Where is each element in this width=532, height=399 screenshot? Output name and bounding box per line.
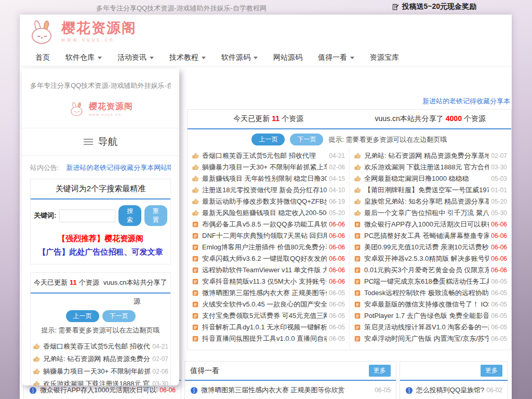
nav-item[interactable]: 资源宝库 <box>370 53 399 62</box>
notice-label: 站内公告: <box>30 164 59 171</box>
more-button[interactable]: 更多 <box>369 365 391 377</box>
next-page-button[interactable]: 下一页 <box>290 134 323 145</box>
nav-item[interactable]: 网站源码 <box>273 53 302 62</box>
resource-title-link[interactable]: 策启灵活动线报计算器V1.0 淘客必备的一款软 <box>364 323 489 332</box>
resource-item: 皇族馆兄弟站: 知名分享吧 精品资源分享基地 05-20 <box>354 196 507 207</box>
bottom-item-title[interactable]: 微博晒图第三届性感内衣大赛 正规美图等你欣赏 <box>201 385 373 395</box>
resource-date: 06-06 <box>329 267 345 274</box>
thumb-icon <box>192 187 199 194</box>
resource-item: 躺赚暴力项目一天30+ 不限制年龄抓紧上车 02-06 <box>192 162 345 173</box>
nav-item-label: 首页 <box>35 53 50 62</box>
site-notice: 站内公告: 新进站的老铁记得收藏分享本网站哦! <box>30 156 171 178</box>
resource-item: 欢乐游戏漏洞 下载注册送1888元 官方合 03-30 <box>33 378 168 385</box>
thumb-icon <box>33 380 40 385</box>
nav-item[interactable]: 软件源码 <box>221 53 258 62</box>
resource-title-link[interactable]: 安卓浮动时间无广告版 内置淘宝/京东/苏宁/招 <box>364 334 489 343</box>
nav-item[interactable]: 值得一看 <box>318 53 354 62</box>
resource-date: 06-06 <box>491 244 507 251</box>
resource-title-link[interactable]: 欢乐游戏漏洞 下载注册送1888元 官方合 <box>43 379 150 385</box>
resource-title-link[interactable]: 0.01元购买3个月爱奇艺黄金会员 仅限京东白 <box>364 265 489 275</box>
resource-title-link[interactable]: 兄弟站: 钻石资源网 精品资源免费分享基 <box>43 354 150 364</box>
reset-button[interactable]: 重置 <box>144 205 167 226</box>
resource-title-link[interactable]: 安卓最新版的微信支持修改微信号了！ IOS版 <box>364 300 489 309</box>
thumb-icon <box>354 198 361 205</box>
blue-badge-icon <box>405 387 413 394</box>
bottom-item-title[interactable]: 怎么投稿到QQ皇族馆? <box>416 385 484 395</box>
resource-panel-header: 今天已更新11个资源 vuus.cn本站共分享了4000个资源 <box>188 110 511 129</box>
resource-list-right: 兄弟站: 钻石资源网 精品资源免费分享基地 02-07 欢乐游戏漏洞 下载注册送… <box>349 149 511 350</box>
search-button[interactable]: 搜索 <box>118 205 141 226</box>
prev-page-button[interactable]: 上一页 <box>251 134 285 145</box>
site-name: 樱花资源阁 <box>89 101 133 112</box>
nav-toggle[interactable]: 导航 <box>30 128 171 155</box>
resource-title-link[interactable]: 兄弟站: 钻石资源网 精品资源免费分享基地 <box>364 151 489 161</box>
ad-link-rent[interactable]: 【广告】此处广告位招租、可发文章 <box>31 245 170 264</box>
resource-title-link[interactable]: 抖音解析工具dy1.0.1 无水印视频一键解析软件 <box>202 323 327 332</box>
resource-title-link[interactable]: 安卓双开神器v2.5.3.0精简版 解决多账号切换 <box>364 254 489 263</box>
resource-title-link[interactable]: 皇族馆兄弟站: 知名分享吧 精品资源分享基地 <box>364 197 489 206</box>
resource-title-link[interactable]: 美团0.99元充值10元话费 亲测10元话费秒到 <box>364 243 489 252</box>
nav-item[interactable]: 首页 <box>35 53 50 62</box>
keyword-input[interactable] <box>59 209 115 222</box>
next-page-button[interactable]: 下一页 <box>102 310 136 322</box>
resource-title-link[interactable]: 【莆田潮牌鞋服】免费送空军一号匡威1970s <box>364 185 489 195</box>
resource-title-link[interactable]: 最后一个文章广告位招租中 引千万流 聚八方 <box>364 208 489 218</box>
resource-title-link[interactable]: 火绒安全软件v5.0.45 一款良心的国产安全软件 <box>202 300 327 309</box>
resource-title-link[interactable]: 安卓抖音精简版v11.3 仅5M大小 支持账号登录 <box>202 277 327 286</box>
resource-title-link[interactable]: 安卓闪截大师v3.6.2 一键提取QQ好友发的闪图 <box>202 254 327 263</box>
resource-title-link[interactable]: PC端一键完成京东618叠蛋糕活动任务工具 <box>364 277 489 286</box>
resource-item: 抖音直播间氛围提升工具v1.0.0 直播间自动发 06-05 <box>192 333 345 344</box>
total-shared-stat: vuus.cn本站共分享了4000个资源 <box>350 110 512 128</box>
resource-title-link[interactable]: 躺赚暴力项目一天30+ 不限制年龄抓紧上车 <box>202 163 327 172</box>
resource-title-link[interactable]: 最新运动助手修改步数支持微信QQ+ZFB步 <box>202 197 327 206</box>
resource-item: 最新赚钱项目 无年龄性别限制 稳定日撸300+ 04-15 <box>192 173 345 184</box>
resource-title-link[interactable]: 微博晒图第三届性感内衣大赛 正规美图等你欣 <box>202 288 327 298</box>
pagination: 上一页 下一页 提示: 需要看更多资源可以在左边翻页哦 <box>188 129 511 149</box>
resource-title-link[interactable]: 远程协助软件TeamViewer v11 单文件版 方便 <box>202 265 327 275</box>
site-slogan: 多年专注分享QQ技术资源-游戏辅助外挂娱乐-自学教程网 <box>96 4 267 13</box>
overlay-site-logo[interactable]: 樱花资源阁 www.vuus.cn <box>30 100 171 117</box>
resource-title-link[interactable]: DNF十二周年庆典预约领取7天黑钻 回归用户 <box>202 231 327 241</box>
chevron-down-icon <box>202 57 206 59</box>
more-button[interactable]: 更多 <box>481 365 502 377</box>
bottom-panel: 值得一看 更多 微博晒图第三届性感内衣大赛 正规美图等你欣赏 06-05 <box>184 361 396 399</box>
announcement-marquee[interactable]: 新进站的老铁记得收藏分享本 <box>422 97 510 106</box>
nav-item[interactable]: 技术教程 <box>169 53 206 62</box>
nav-item[interactable]: 软件仓库 <box>65 53 102 62</box>
prev-page-button[interactable]: 上一页 <box>66 310 99 322</box>
resource-item: PotPlayer 1.7 去广告绿色版 免费全能影音播 06-05 <box>354 310 507 322</box>
resource-date: 06-05 <box>329 324 345 331</box>
resource-title-link[interactable]: 躺赚暴力项目一天30+ 不限制年龄抓紧上 <box>43 367 150 376</box>
topbar: 多年专注分享QQ技术资源-游戏辅助外挂娱乐-自学教程网 投稿送5~20元现金奖励 <box>0 0 532 15</box>
nav-item[interactable]: 活动资讯 <box>117 53 154 62</box>
thumb-icon <box>33 343 40 350</box>
resource-title-link[interactable]: 欢乐游戏漏洞 下载注册送1888元 官方合作 <box>364 163 489 172</box>
resource-title-link[interactable]: 全网最新稳定漏洞日撸1000 稳稳稳 <box>364 174 489 183</box>
resource-title-link[interactable]: 香烟口粮芙蓉王试货5元包邮 招收代理 <box>43 342 150 351</box>
resource-title-link[interactable]: 布偶必备工具v5.8.5 一款QQ多功能工具软件 <box>202 220 327 229</box>
bottom-item-title[interactable]: 微众银行APP存入1000元活期次日可以获得无门 <box>40 385 157 395</box>
page-container: 樱花资源阁 www.vuus.cn 首页 软件仓库 活动资讯 技术教程 <box>20 15 512 399</box>
resource-title-link[interactable]: 注册送18元零投资做代理 新会员分红存1000 <box>202 185 327 195</box>
resource-title-link[interactable]: PC恶搞整好友工具 苍蝇铺满屏幕整蛊专家 效 <box>364 231 489 241</box>
overlay-site-description: 多年专注分享QQ技术资源-游戏辅助外挂娱乐-自... <box>30 81 171 90</box>
ad-link-recommend[interactable]: 【强烈推荐】樱花资源阁 <box>31 230 170 245</box>
resource-title-link[interactable]: 支付宝免费领取5元话费券 可45元充值三网50 <box>202 311 327 321</box>
resource-title-link[interactable]: 抖音直播间氛围提升工具v1.0.0 直播间自动发 <box>202 334 327 343</box>
resource-title-link[interactable]: 微众银行APP存入1000元活期次日可以获得无 <box>364 220 489 229</box>
site-logo[interactable]: 樱花资源阁 www.vuus.cn <box>27 16 137 46</box>
stats-overflow-char: 源 <box>31 294 170 306</box>
resource-title-link[interactable]: 最新无风险包赔赚钱项目 稳定收入200-500元 <box>202 208 327 218</box>
resource-title-link[interactable]: Emlog博客用户注册插件 价值80元免费分享 <box>202 243 327 252</box>
submit-reward-link[interactable]: 投稿送5~20元现金奖励 <box>392 2 476 11</box>
resource-title-link[interactable]: 香烟口粮芙蓉王试货5元包邮 招收代理 <box>202 151 327 161</box>
notice-marquee[interactable]: 新进站的老铁记得收藏分享本网站哦! <box>66 164 171 171</box>
doc-icon <box>192 255 199 262</box>
bunny-logo-icon <box>68 100 86 117</box>
resource-title-link[interactable]: PotPlayer 1.7 去广告绿色版 免费全能影音播 <box>364 311 489 321</box>
resource-title-link[interactable]: Todesk远程控制软件 极致流畅的远程协助工具 <box>364 288 489 298</box>
resource-lists: 香烟口粮芙蓉王试货5元包邮 招收代理 04-21 躺赚暴力项目一天30+ 不限制… <box>188 149 511 350</box>
resource-title-link[interactable]: 最新赚钱项目 无年龄性别限制 稳定日撸300+ <box>202 174 327 183</box>
resource-date: 06-06 <box>491 232 507 240</box>
resource-date: 04-21 <box>152 343 168 350</box>
